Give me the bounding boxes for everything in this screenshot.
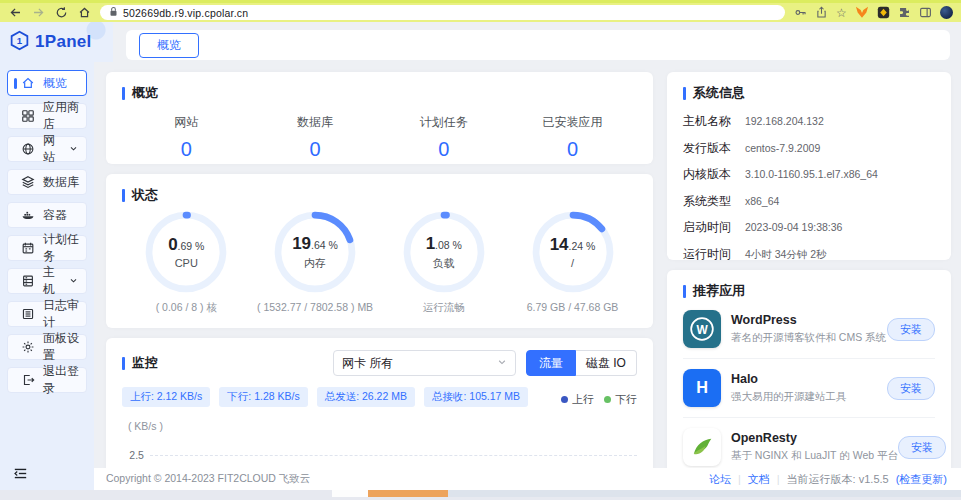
extensions-puzzle-icon[interactable]	[898, 6, 911, 19]
gear-icon	[21, 340, 35, 354]
brand-logo: 1 1Panel	[0, 22, 113, 62]
overview-title: 概览	[122, 84, 637, 102]
install-openresty-button[interactable]: 安装	[898, 436, 946, 459]
logout-icon	[21, 373, 35, 387]
stat-label: 网站	[122, 114, 251, 131]
check-update-link[interactable]: (检查更新)	[896, 472, 947, 487]
app-description: 著名的开源博客软件和 CMS 系统	[731, 331, 886, 345]
chevron-down-icon	[69, 142, 78, 156]
password-key-icon[interactable]	[794, 6, 807, 19]
stat-value[interactable]: 0	[122, 138, 251, 161]
gauge-label: CPU	[175, 257, 198, 269]
footer-divider: |	[777, 473, 780, 485]
gauge-label: /	[571, 257, 574, 269]
database-layers-icon	[21, 175, 35, 189]
1panel-logo-icon: 1	[9, 30, 30, 54]
sysinfo-value: 3.10.0-1160.95.1.el7.x86_64	[745, 168, 878, 180]
svg-text:W: W	[696, 323, 708, 337]
forum-link[interactable]: 论坛	[709, 472, 731, 487]
app-description: 强大易用的开源建站工具	[731, 390, 847, 404]
legend-label: 上行	[572, 392, 594, 407]
stat-label: 数据库	[251, 114, 380, 131]
content-tab-bar: 概览	[126, 30, 950, 60]
back-button[interactable]	[8, 6, 22, 20]
stat-value[interactable]: 0	[251, 138, 380, 161]
sidebar-item-database[interactable]: 数据库	[7, 169, 87, 195]
main-content: 概览 网站 0 数据库 0 计划任务 0	[94, 62, 961, 468]
monitor-card: 监控 网卡 所有 流量 磁盘 IO	[106, 338, 653, 468]
app-name: Halo	[731, 372, 847, 386]
app-name: WordPress	[731, 313, 886, 327]
traffic-button[interactable]: 流量	[526, 350, 576, 376]
lock-icon	[109, 6, 118, 20]
share-icon[interactable]	[815, 6, 828, 19]
sidebar-item-website[interactable]: 网站	[7, 136, 87, 162]
disk-io-button[interactable]: 磁盘 IO	[576, 350, 637, 376]
appstore-grid-icon	[21, 109, 35, 123]
app-row-wordpress: W WordPress 著名的开源博客软件和 CMS 系统 安装	[683, 300, 935, 359]
install-wordpress-button[interactable]: 安装	[887, 318, 935, 341]
sidebar-item-appstore[interactable]: 应用商店	[7, 103, 87, 129]
reload-button[interactable]	[54, 6, 68, 20]
tag-downstream: 下行: 1.28 KB/s	[219, 387, 307, 407]
sysinfo-value: centos-7.9.2009	[745, 142, 820, 154]
address-bar[interactable]: 502669db.r9.vip.cpolar.cn	[100, 5, 785, 20]
browser-profile-avatar[interactable]	[940, 6, 953, 19]
sidebar-item-container[interactable]: 容器	[7, 202, 87, 228]
gauge-value-dec: .08 %	[435, 239, 462, 251]
stat-value[interactable]: 0	[508, 138, 637, 161]
version-text: 当前运行版本: v1.5.5	[787, 472, 889, 487]
gauge-subtext: 6.79 GB / 47.68 GB	[527, 301, 619, 313]
install-halo-button[interactable]: 安装	[887, 377, 935, 400]
sidebar-item-label: 日志审计	[43, 297, 86, 331]
taskbar-segment	[368, 490, 448, 497]
website-globe-icon	[21, 142, 35, 156]
stat-label: 计划任务	[379, 114, 508, 131]
collapse-sidebar-button[interactable]	[13, 467, 28, 483]
docs-link[interactable]: 文档	[748, 472, 770, 487]
sidebar-item-logout[interactable]: 退出登录	[7, 367, 87, 393]
nic-select[interactable]: 网卡 所有	[333, 350, 516, 376]
sidebar-item-logs[interactable]: 日志审计	[7, 301, 87, 327]
gauge-memory: 19.64 % 内存 ( 1532.77 / 7802.58 ) MB	[251, 210, 380, 315]
side-panel-icon[interactable]	[919, 6, 932, 19]
sidebar-item-label: 应用商店	[43, 99, 86, 133]
sysinfo-value: 2023-09-04 19:38:36	[745, 221, 843, 233]
browser-chrome: 502669db.r9.vip.cpolar.cn ☆ ⋮	[0, 0, 961, 22]
gauge-value-dec: .69 %	[178, 240, 205, 252]
tab-overview[interactable]: 概览	[139, 33, 199, 58]
stat-label: 已安装应用	[508, 114, 637, 131]
legend-label: 下行	[615, 392, 637, 407]
sysinfo-row-arch: 系统类型 x86_64	[683, 193, 935, 210]
sidebar-item-settings[interactable]: 面板设置	[7, 334, 87, 360]
sidebar-item-overview[interactable]: 概览	[7, 70, 87, 96]
gauge-value: 1	[426, 234, 435, 253]
home-button[interactable]	[77, 6, 91, 20]
url-text: 502669db.r9.vip.cpolar.cn	[123, 7, 248, 19]
metamask-extension-icon[interactable]	[855, 6, 869, 19]
legend-upstream[interactable]: 上行	[561, 392, 594, 407]
stat-databases: 数据库 0	[251, 114, 380, 161]
gauge-load: 1.08 % 负载 运行流畅	[379, 210, 508, 315]
recommended-apps-card: 推荐应用 W WordPress 著名的开源博客软件和 CMS 系统 安装	[667, 270, 951, 468]
sysinfo-row-boottime: 启动时间 2023-09-04 19:38:36	[683, 219, 935, 236]
sidebar-item-host[interactable]: 主机	[7, 268, 87, 294]
forward-button[interactable]	[31, 6, 45, 20]
sysinfo-label: 发行版本	[683, 140, 745, 157]
chart-legend: 上行 下行	[561, 392, 637, 407]
sidebar-item-label: 主机	[43, 264, 61, 298]
svg-text:1: 1	[17, 35, 23, 46]
sysinfo-label: 内核版本	[683, 166, 745, 183]
sysinfo-row-kernel: 内核版本 3.10.0-1160.95.1.el7.x86_64	[683, 166, 935, 183]
stat-value[interactable]: 0	[379, 138, 508, 161]
sysinfo-label: 主机名称	[683, 113, 745, 130]
sysinfo-label: 运行时间	[683, 246, 745, 263]
legend-downstream[interactable]: 下行	[604, 392, 637, 407]
sysinfo-value: 4小时 34分钟 2秒	[745, 248, 827, 262]
sidebar-item-label: 容器	[43, 207, 67, 224]
bookmark-star-icon[interactable]: ☆	[836, 7, 847, 19]
app-row-openresty: OpenResty 基于 NGINX 和 LuaJIT 的 Web 平台 安装	[683, 418, 935, 468]
wallet-extension-icon[interactable]	[877, 6, 890, 19]
sysinfo-value: 192.168.204.132	[745, 115, 824, 127]
sidebar-item-cronjobs[interactable]: 计划任务	[7, 235, 87, 261]
